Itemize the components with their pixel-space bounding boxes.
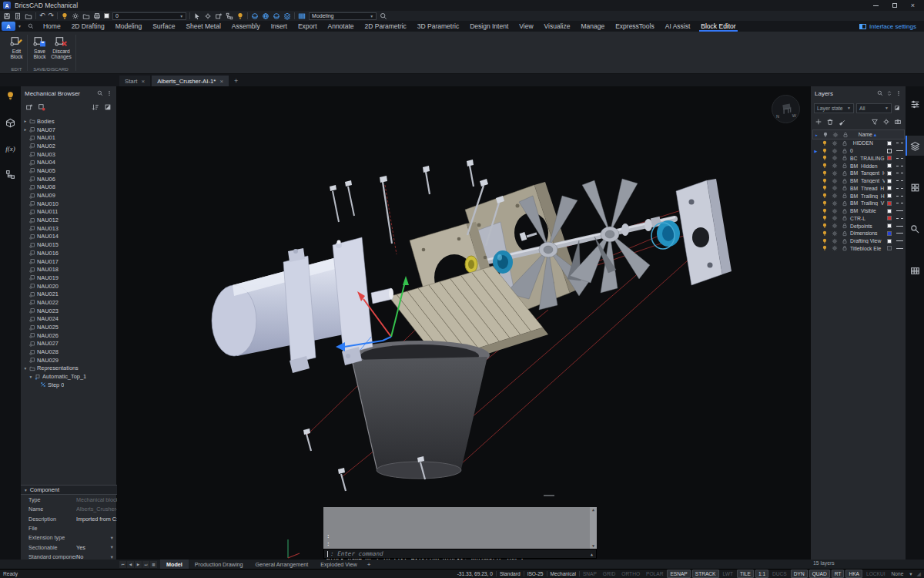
layer-state-dropdown[interactable]: Layer state ▼ [814, 103, 854, 113]
ribbon-tab-block-editor[interactable]: Block Editor [695, 21, 741, 32]
layer-color-cell[interactable] [885, 149, 894, 153]
ribbon-tab-2d-parametric[interactable]: 2D Parametric [360, 21, 412, 32]
tree-item[interactable]: NAU017 [21, 257, 117, 266]
layer-lock-toggle[interactable] [839, 178, 849, 184]
shade-mode-icon[interactable] [262, 12, 270, 20]
status-toggle-strack[interactable]: STRACK [692, 570, 719, 578]
layer-snapshot-icon[interactable] [894, 118, 902, 126]
tree-item[interactable]: ▾Automatic_Top_1 [21, 372, 117, 381]
component-property-row[interactable]: File [21, 523, 117, 533]
tree-item[interactable]: ▸NAU07 [21, 126, 117, 134]
layer-color-cell[interactable] [885, 141, 894, 146]
layer-filter-icon[interactable] [871, 118, 879, 126]
layer-lock-toggle[interactable] [839, 215, 849, 221]
status-coordinates[interactable]: -31.33, 69.23, 0 [454, 571, 497, 576]
tree-item[interactable]: NAU028 [21, 348, 117, 356]
layer-on-toggle[interactable] [819, 223, 829, 229]
component-property-row[interactable]: DescriptionImported from C:\Users [21, 514, 117, 523]
layer-linetype-cell[interactable] [894, 188, 905, 189]
status-toggle-tile[interactable]: TILE [737, 570, 754, 578]
status-field-mechanical[interactable]: Mechanical [547, 571, 580, 576]
next-layout-icon[interactable]: ▶ [135, 561, 142, 568]
ribbon-tab-modeling[interactable]: Modeling [110, 21, 148, 32]
tree-item[interactable]: ▾Representations [21, 365, 117, 373]
layer-on-toggle[interactable] [819, 215, 829, 221]
first-layout-icon[interactable]: ⏮ [119, 561, 126, 568]
status-dropdown-icon[interactable]: ▾ [906, 571, 915, 577]
tree-item[interactable]: NAU01 [21, 133, 117, 142]
layer-dropdown[interactable]: 0 ▼ [112, 12, 186, 20]
ribbon-tab-sheet-metal[interactable]: Sheet Metal [180, 21, 226, 32]
layer-settings-icon[interactable] [882, 118, 890, 126]
layer-on-toggle[interactable] [819, 140, 829, 146]
layer-lock-toggle[interactable] [839, 170, 849, 176]
edit-block-button[interactable]: Edit Block [6, 35, 27, 64]
tree-expand-icon[interactable]: ▾ [23, 366, 28, 371]
workspace-table-icon[interactable] [298, 12, 306, 20]
parameters-panel-icon[interactable]: f(x) [5, 145, 15, 153]
layer-on-toggle[interactable] [819, 178, 829, 184]
layer-freeze-toggle[interactable] [829, 245, 839, 251]
status-toggle-lockui[interactable]: LOCKUI [864, 570, 888, 577]
folder-icon[interactable] [82, 12, 90, 20]
insert-block-icon[interactable] [25, 103, 33, 111]
layer-color-cell[interactable] [885, 186, 894, 190]
scroll-down-icon[interactable]: ▼ [592, 544, 594, 548]
tree-item[interactable]: NAU09 [21, 191, 117, 200]
gear-icon[interactable] [72, 12, 79, 20]
layers-menu-icon[interactable] [896, 90, 902, 96]
ribbon-tab-surface[interactable]: Surface [147, 21, 180, 32]
layer-color-cell[interactable] [885, 239, 894, 244]
new-layer-icon[interactable] [815, 118, 822, 126]
tree-item[interactable]: NAU029 [21, 356, 117, 365]
new-doc-icon[interactable] [14, 12, 22, 20]
ribbon-tab-expresstools[interactable]: ExpressTools [610, 21, 660, 32]
layer-color-cell[interactable] [885, 246, 894, 250]
layer-freeze-toggle[interactable] [829, 215, 839, 221]
save-icon[interactable] [3, 12, 11, 20]
layer-color-cell[interactable] [885, 179, 894, 183]
remove-block-icon[interactable] [38, 103, 45, 111]
blocks-panel-icon[interactable] [906, 177, 924, 197]
tree-item[interactable]: NAU015 [21, 240, 117, 249]
ribbon-search-icon[interactable] [28, 23, 34, 29]
layer-row[interactable]: Defpoints [812, 222, 905, 230]
layer-on-toggle[interactable] [819, 208, 829, 214]
tree-item[interactable]: NAU027 [21, 340, 117, 348]
sort-icon[interactable] [92, 103, 99, 111]
layer-row[interactable]: BM_Hidden [812, 162, 905, 170]
layer-row[interactable]: Drafting View [812, 237, 905, 245]
layer-linetype-cell[interactable] [894, 203, 905, 203]
open-icon[interactable] [25, 12, 32, 20]
layer-color-cell[interactable] [885, 223, 894, 228]
layer-color-cell[interactable] [885, 193, 894, 198]
layer-color-cell[interactable] [885, 163, 894, 168]
model-browser-panel-icon[interactable] [5, 118, 15, 128]
layer-freeze-toggle[interactable] [829, 178, 839, 184]
tree-item[interactable]: NAU03 [21, 150, 117, 159]
prev-layout-icon[interactable]: ◀ [127, 561, 134, 568]
ribbon-tab-assembly[interactable]: Assembly [226, 21, 266, 32]
layer-row[interactable]: BM_Trailing_H [812, 192, 905, 200]
layer-linetype-cell[interactable] [894, 180, 905, 181]
pointer-tool-icon[interactable] [193, 12, 201, 20]
layer-on-toggle[interactable] [819, 163, 829, 169]
last-layout-icon[interactable]: ⏭ [142, 561, 149, 568]
tips-icon[interactable] [236, 12, 244, 20]
layout-tab-production-drawing[interactable]: Production Drawing [189, 560, 249, 569]
tree-item[interactable]: NAU02 [21, 142, 117, 150]
tree-item[interactable]: NAU024 [21, 315, 117, 324]
layer-row[interactable]: Dimensions [812, 230, 905, 237]
layer-on-toggle[interactable] [819, 148, 829, 154]
layer-lock-toggle[interactable] [839, 193, 849, 199]
browser-search-icon[interactable] [97, 90, 103, 96]
tree-item[interactable]: NAU014 [21, 233, 117, 241]
header-name-col[interactable]: Name ▴ [850, 132, 884, 138]
layer-linetype-cell[interactable] [894, 233, 905, 234]
component-property-row[interactable]: Extension type▼ [21, 533, 117, 543]
tree-item[interactable]: NAU06 [21, 175, 117, 183]
layer-on-toggle[interactable] [819, 230, 829, 237]
command-history-window[interactable]: ::: _-BEDITBlock name or ? to list exist… [323, 507, 597, 549]
layer-lock-toggle[interactable] [839, 200, 849, 207]
layer-freeze-toggle[interactable] [829, 140, 839, 146]
